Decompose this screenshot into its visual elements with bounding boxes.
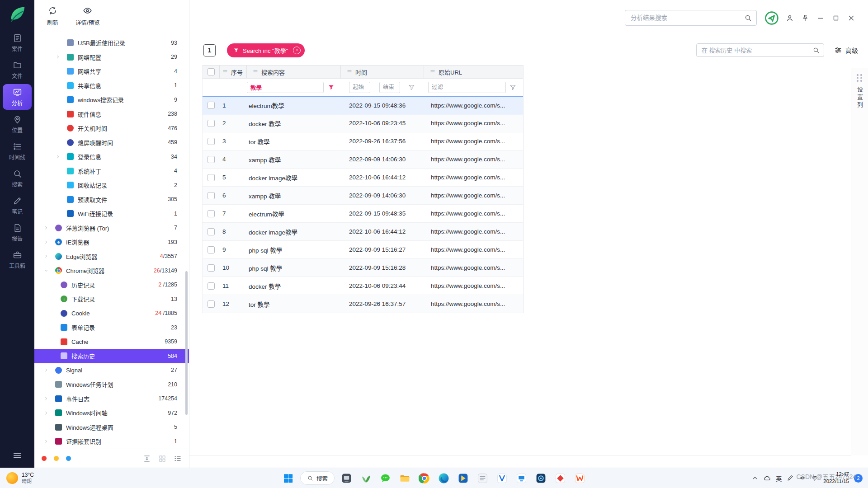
time-start-input[interactable] [349, 82, 370, 93]
ime-indicator[interactable]: 英 [776, 474, 782, 483]
sidebar-item-files[interactable]: 文件 [3, 57, 32, 83]
time-end-input[interactable] [379, 82, 400, 93]
column-header-搜索内容[interactable]: 搜索内容 [247, 66, 341, 78]
tree-item-network-share[interactable]: 网络共享4 [34, 64, 189, 79]
url-filter-input[interactable] [428, 82, 506, 93]
clock[interactable]: 12:47 2022/11/15 [823, 471, 849, 485]
table-search-input[interactable] [702, 47, 812, 54]
sidebar-item-analysis[interactable]: 分析 [3, 84, 32, 110]
tree-item-system-patch[interactable]: 系统补丁4 [34, 164, 189, 178]
close-button[interactable] [847, 14, 855, 22]
row-checkbox[interactable] [208, 156, 215, 163]
tree-item-form-records[interactable]: 表单记录23 [34, 320, 189, 335]
list-view-button[interactable] [174, 455, 182, 463]
tree-item-wifi-records[interactable]: WiFi连接记录1 [34, 206, 189, 221]
row-checkbox[interactable] [208, 210, 215, 217]
advanced-search-button[interactable]: 高级 [834, 46, 858, 55]
select-all-checkbox[interactable] [208, 68, 215, 75]
table-row[interactable]: 3tor 教學2022-09-26 16:37:56https://www.go… [203, 132, 523, 150]
tree-item-history[interactable]: 历史记录2 /1285 [34, 278, 189, 292]
user-icon[interactable] [786, 14, 794, 22]
tree-item-power-on-off-time[interactable]: 开关机时间476 [34, 121, 189, 136]
column-header-序号[interactable]: 序号 [220, 66, 247, 78]
tree-item-chrome-browser[interactable]: Chrome浏览器26/13149 [34, 263, 189, 278]
taskbar-chat-app-icon[interactable] [378, 471, 393, 486]
taskbar-wps-icon[interactable] [572, 471, 587, 486]
fit-view-button[interactable] [143, 455, 151, 463]
tree-item-screen-wake-time[interactable]: 熄屏唤醒时间459 [34, 136, 189, 150]
table-row[interactable]: 11docker 教學2022-10-06 09:23:44https://ww… [203, 277, 523, 295]
tree-item-event-log[interactable]: 事件日志174254 [34, 392, 189, 406]
table-row[interactable]: 5docker image教學2022-10-06 16:44:12https:… [203, 169, 523, 187]
row-checkbox[interactable] [208, 246, 215, 253]
chevron-right-icon[interactable] [43, 410, 55, 416]
row-checkbox[interactable] [208, 228, 215, 235]
taskbar-chrome-icon[interactable] [417, 471, 432, 486]
maximize-button[interactable] [832, 14, 840, 22]
table-row[interactable]: 1electrum教學2022-09-15 09:48:36https://ww… [203, 96, 523, 114]
result-tab[interactable]: 1 [203, 44, 216, 56]
tree-item-login-info[interactable]: 登录信息34 [34, 150, 189, 164]
row-checkbox[interactable] [208, 300, 215, 308]
tree-item-recycle-bin[interactable]: 回收站记录2 [34, 178, 189, 192]
sidebar-item-location[interactable]: 位置 [3, 111, 32, 137]
table-search[interactable] [696, 43, 824, 57]
sidebar-item-timeline[interactable]: 时间线 [3, 138, 32, 164]
table-row[interactable]: 4xampp 教學2022-09-09 14:06:30https://www.… [203, 150, 523, 169]
row-checkbox[interactable] [208, 138, 215, 145]
preview-button[interactable]: 详情/预览 [75, 6, 99, 27]
tree-item-downloads[interactable]: ↓下载记录13 [34, 292, 189, 306]
tree-item-cache[interactable]: Cache9359 [34, 335, 189, 349]
taskbar-app-navy-icon[interactable] [533, 471, 548, 486]
chevron-right-icon[interactable] [55, 54, 67, 60]
table-row[interactable]: 6xampp 教學2022-09-09 14:06:30https://www.… [203, 187, 523, 205]
taskbar-app-v-icon[interactable] [495, 471, 509, 486]
column-header-原始URL[interactable]: 原始URL [424, 66, 524, 78]
cloud-icon[interactable] [764, 474, 771, 482]
table-row[interactable]: 2docker 教學2022-10-06 09:23:45https://www… [203, 114, 523, 132]
pen-input-icon[interactable] [787, 474, 794, 482]
taskbar-app-monitor-icon[interactable] [514, 471, 529, 486]
chevron-down-icon[interactable] [43, 268, 55, 273]
row-checkbox[interactable] [208, 192, 215, 199]
row-checkbox[interactable] [208, 282, 215, 290]
volume-icon[interactable] [799, 474, 806, 482]
menu-button[interactable] [12, 450, 22, 460]
taskbar-edge-icon[interactable] [436, 471, 451, 486]
tree-item-windows-timeline[interactable]: Windows时间轴972 [34, 406, 189, 420]
taskbar-app-dark-icon[interactable] [339, 471, 354, 486]
row-checkbox[interactable] [208, 174, 215, 181]
weather-widget[interactable]: 13°C 晴朗 [0, 472, 40, 484]
chevron-right-icon[interactable] [43, 253, 55, 259]
sidebar-item-case[interactable]: 案件 [3, 30, 32, 56]
tray-expand-icon[interactable] [751, 474, 759, 482]
row-checkbox[interactable] [208, 120, 215, 127]
tree-item-signal[interactable]: Signal27 [34, 363, 189, 378]
content-filter-funnel-icon[interactable] [328, 84, 335, 91]
pin-icon[interactable] [801, 14, 809, 22]
search-icon[interactable] [744, 14, 752, 22]
content-filter-input[interactable] [247, 82, 324, 93]
tree-item-share-info[interactable]: 共享信息1 [34, 79, 189, 93]
chevron-right-icon[interactable] [43, 396, 55, 401]
sidebar-item-toolbox[interactable]: 工具箱 [3, 247, 32, 272]
taskbar-app-blue-yellow-icon[interactable] [456, 471, 471, 486]
tree-item-usb-records[interactable]: USB最近使用记录93 [34, 36, 189, 50]
tree-item-windows-search-records[interactable]: windows搜索记录9 [34, 93, 189, 107]
tree-item-tor-browser[interactable]: 洋葱浏览器 (Tor)7 [34, 221, 189, 235]
url-filter-funnel-icon[interactable] [509, 84, 516, 91]
time-filter-funnel-icon[interactable] [408, 84, 415, 91]
taskbar-file-explorer-icon[interactable] [397, 471, 412, 486]
row-checkbox[interactable] [208, 264, 215, 272]
tree-item-ie-browser[interactable]: eIE浏览器193 [34, 235, 189, 249]
taskbar-search[interactable]: 搜索 [300, 471, 335, 485]
tree-item-network-config[interactable]: 网络配置29 [34, 50, 189, 65]
chip-close-button[interactable] [293, 47, 301, 54]
table-row[interactable]: 10php sql 教學2022-09-09 15:16:28https://w… [203, 259, 523, 277]
column-header-时间[interactable]: 时间 [341, 66, 424, 78]
taskbar-app-document-icon[interactable] [475, 471, 490, 486]
start-button[interactable] [281, 471, 296, 486]
table-row[interactable]: 12tor 教學2022-09-26 16:37:57https://www.g… [203, 295, 523, 313]
verified-stamp-icon[interactable] [764, 10, 779, 26]
chevron-right-icon[interactable] [43, 439, 55, 444]
